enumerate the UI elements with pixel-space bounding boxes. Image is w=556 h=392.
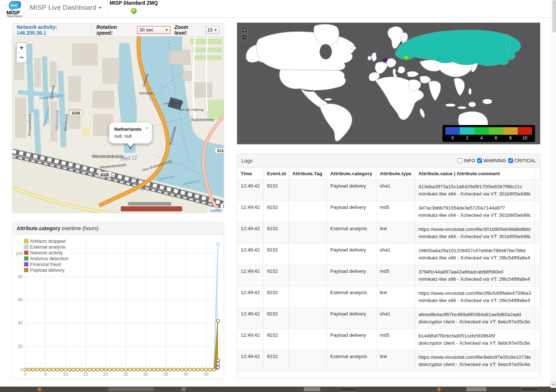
popup-close-icon[interactable]: × (145, 125, 149, 131)
svg-text:40: 40 (183, 372, 188, 377)
log-attribute-value: https://www.virustotal.com/file/8ebc97e0… (415, 350, 534, 371)
log-event-id: 9232 (263, 244, 288, 265)
log-attribute-type: link (376, 286, 415, 307)
attribute-category-header: Attribute.category overtime (hours) (12, 223, 224, 234)
log-time: 12:49:42 (237, 265, 263, 286)
log-attribute-category: Payload delivery (326, 307, 376, 329)
chart-legend: Artifacts droppedExternal analysisNetwor… (22, 237, 70, 273)
zoom-level-value: 15 (208, 27, 213, 33)
world-zoom-out-button[interactable]: − (241, 34, 247, 40)
attribute-comment: diskcryptor client - Xchecked via VT: 8e… (419, 340, 531, 347)
country-uk (372, 53, 377, 61)
zmq-title: MISP Standard ZMQ (110, 0, 158, 6)
misp-logo[interactable]: MISP Threat Sharing (5, 1, 26, 17)
svg-text:45: 45 (204, 372, 209, 377)
svg-text:0: 0 (20, 367, 23, 372)
legend-label: External analysis (30, 244, 65, 250)
filter-warning: WARNING (477, 158, 506, 163)
log-attribute-category: External analysis (326, 286, 376, 307)
log-attribute-type: md5 (376, 201, 415, 222)
logs-panel: Logs INFOWARNINGCRITICAL TimeEvent.idAtt… (237, 154, 540, 378)
column-header: Attribute.Tag (288, 168, 326, 180)
legend-tick-label: 6 (489, 135, 503, 141)
legend-ticks: 0246810 (445, 135, 532, 141)
legend-color-segment (460, 127, 474, 135)
log-row-spacer (534, 222, 541, 244)
log-event-id: 9232 (263, 286, 288, 307)
world-map-legend: 0246810 (442, 125, 535, 142)
svg-text:20: 20 (103, 372, 108, 377)
log-event-id: 9232 (263, 307, 288, 329)
dashboard-menu[interactable]: MISP Live Dashboard (30, 4, 102, 12)
country-usa (279, 70, 346, 90)
log-attribute-tag (288, 286, 326, 307)
map-zoom-in-button[interactable]: + (17, 43, 26, 53)
log-attribute-value: 413eba3973a15c1a6429d9f170f3e8287f98c21c… (415, 180, 534, 201)
svg-text:5: 5 (44, 372, 47, 377)
svg-text:⚓: ⚓ (132, 176, 136, 181)
chart-legend-entry: Antivirus detection (24, 255, 68, 261)
svg-text:40: 40 (18, 320, 23, 326)
column-header: Time (237, 168, 263, 180)
filter-critical-checkbox[interactable] (508, 158, 513, 163)
log-attribute-value: afeee8b4acff87bc469a6f0364a81ae5d60a2add… (415, 307, 534, 329)
page-scrollbar[interactable] (552, 0, 556, 387)
legend-color-segment (518, 127, 532, 135)
svg-text:60: 60 (18, 297, 23, 302)
rotation-speed-select[interactable]: 30 sec ▼ (137, 26, 171, 34)
legend-label: Antivirus detection (30, 256, 68, 261)
svg-text:Prinseneiland: Prinseneiland (28, 114, 32, 136)
country-canada (256, 31, 355, 70)
table-row: 12:49:429232Payload deliverysha1413eba39… (237, 180, 541, 201)
taskbar-item[interactable] (304, 387, 320, 391)
attribute-comment: mimikatz-like x86 - Xchecked via VT: 2f8… (419, 254, 531, 262)
attribute-value: b14d8faf7f0cbcfad051cefe5f39645f (419, 332, 531, 340)
map-zoom-out-button[interactable]: − (17, 53, 26, 63)
log-row-spacer (534, 307, 541, 329)
taskbar-item[interactable] (521, 387, 539, 391)
log-attribute-value: https://www.virustotal.com/file/301b905e… (415, 222, 534, 244)
log-attribute-value: https://www.virustotal.com/file/2f8c54f9… (415, 286, 534, 307)
taskbar-item[interactable] (38, 387, 41, 391)
svg-text:30: 30 (143, 372, 148, 377)
world-zoom-in-button[interactable]: + (241, 27, 247, 33)
log-event-id: 9232 (263, 350, 288, 371)
select-caret-icon: ▼ (214, 28, 217, 32)
log-time: 12:49:42 (237, 180, 263, 201)
country-borneo (469, 102, 476, 107)
world-map-marker[interactable] (404, 55, 409, 60)
zoom-level-select[interactable]: 15 ▼ (205, 26, 219, 34)
scrollbar-down-arrow[interactable]: ▼ (551, 382, 556, 388)
log-attribute-category: External analysis (326, 222, 376, 244)
taskbar-item[interactable] (437, 387, 441, 391)
map-attribution[interactable]: Leaflet (208, 208, 224, 213)
logs-filters: INFOWARNINGCRITICAL (458, 158, 536, 163)
world-map[interactable]: + − 0246810 (237, 22, 540, 145)
country-ireland (368, 56, 371, 60)
svg-text:Westerdok: Westerdok (54, 109, 60, 131)
log-attribute-type: md5 (376, 329, 415, 350)
taskbar-item[interactable] (466, 387, 486, 391)
attribute-comment: mimikatz-like x64 - Xchecked via VT: 301… (419, 190, 531, 198)
legend-tick-label: 8 (503, 135, 518, 141)
filter-warning-checkbox[interactable] (477, 158, 482, 163)
log-time: 12:49:42 (237, 201, 263, 222)
svg-text:100: 100 (16, 251, 23, 256)
filter-info: INFO (458, 158, 475, 163)
svg-text:15: 15 (83, 372, 88, 377)
chart-legend-entry: Financial fraud (24, 261, 68, 267)
attribute-category-panel: Attribute.category overtime (hours) 0204… (12, 222, 224, 379)
rotation-speed-value: 30 sec (140, 27, 153, 33)
table-row: 12:49:429232Payload deliverymd5347ac3b6b… (237, 201, 541, 222)
filter-info-checkbox[interactable] (458, 158, 462, 163)
taskbar-item[interactable] (339, 387, 356, 391)
leaflet-map[interactable]: S100 S100 S116 S116 S11 Het IJ Westerdok… (12, 36, 224, 213)
taskbar-item[interactable] (108, 387, 154, 391)
country-iceland (350, 46, 356, 50)
zmq-status-indicator (131, 8, 136, 13)
scrollbar-thumb[interactable] (552, 0, 556, 33)
log-attribute-type: md5 (376, 265, 415, 286)
log-attribute-category: External analysis (326, 350, 376, 371)
taskbar-item[interactable] (181, 387, 186, 391)
svg-text:Steiger 14: Steiger 14 (99, 174, 114, 177)
